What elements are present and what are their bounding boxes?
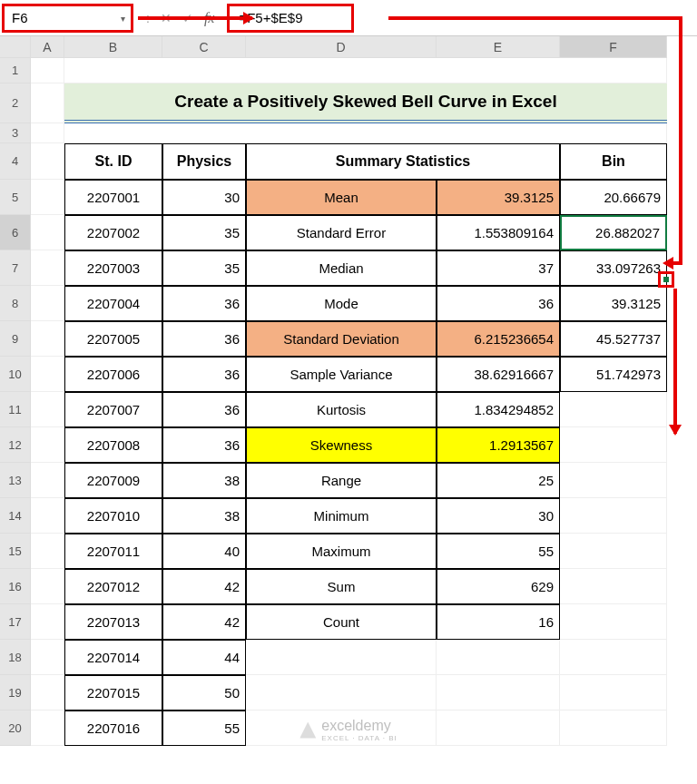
row-header[interactable]: 15 (0, 534, 31, 569)
cell-id[interactable]: 2207002 (64, 215, 162, 250)
name-box[interactable]: F6 ▾ (2, 4, 133, 33)
row-header[interactable]: 20 (0, 710, 31, 746)
cell-id[interactable]: 2207013 (64, 604, 162, 640)
cell[interactable] (31, 604, 64, 640)
cell-stat[interactable]: Maximum (246, 534, 437, 569)
cell[interactable] (560, 498, 667, 534)
row-header[interactable]: 7 (0, 250, 31, 286)
row-header[interactable]: 8 (0, 286, 31, 321)
row-header[interactable]: 2 (0, 83, 31, 123)
cell-val[interactable]: 25 (437, 463, 560, 498)
th-stid[interactable]: St. ID (64, 143, 162, 180)
cell-physics[interactable]: 44 (162, 640, 246, 675)
cell-id[interactable]: 2207006 (64, 357, 162, 392)
cell[interactable] (31, 498, 64, 534)
chevron-down-icon[interactable]: ▾ (121, 13, 125, 23)
cell[interactable] (560, 534, 667, 569)
cell-val[interactable]: 1.834294852 (437, 392, 560, 427)
cell-physics[interactable]: 42 (162, 604, 246, 640)
cell-physics[interactable]: 38 (162, 463, 246, 498)
cell-id[interactable]: 2207007 (64, 392, 162, 427)
cell-stat[interactable]: Count (246, 604, 437, 640)
cell-bin[interactable]: 51.742973 (560, 357, 667, 392)
cell[interactable] (64, 58, 667, 83)
cell-id[interactable]: 2207014 (64, 640, 162, 675)
cell-id[interactable]: 2207010 (64, 498, 162, 534)
cell-physics[interactable]: 36 (162, 357, 246, 392)
cell[interactable] (437, 640, 560, 675)
cell[interactable] (31, 710, 64, 746)
cell[interactable] (560, 427, 667, 463)
cell-physics[interactable]: 36 (162, 427, 246, 463)
row-header[interactable]: 10 (0, 357, 31, 392)
cell-val[interactable]: 36 (437, 286, 560, 321)
cell[interactable] (31, 123, 64, 143)
cell[interactable] (31, 569, 64, 604)
cell-id[interactable]: 2207005 (64, 321, 162, 357)
cell-id[interactable]: 2207012 (64, 569, 162, 604)
cell-physics[interactable]: 30 (162, 180, 246, 215)
cell[interactable] (31, 427, 64, 463)
row-header[interactable]: 16 (0, 569, 31, 604)
cell-bin[interactable]: 26.882027 (560, 215, 667, 250)
row-header[interactable]: 13 (0, 463, 31, 498)
cell[interactable] (560, 604, 667, 640)
cell[interactable] (31, 357, 64, 392)
row-header[interactable]: 17 (0, 604, 31, 640)
cell-stat[interactable]: Sample Variance (246, 357, 437, 392)
cell-physics[interactable]: 36 (162, 321, 246, 357)
cell-val[interactable]: 1.2913567 (437, 427, 560, 463)
cell-bin[interactable]: 45.527737 (560, 321, 667, 357)
cell-id[interactable]: 2207015 (64, 675, 162, 710)
cell[interactable] (31, 534, 64, 569)
row-header[interactable]: 6 (0, 215, 31, 250)
cell[interactable] (31, 83, 64, 123)
cell-physics[interactable]: 38 (162, 498, 246, 534)
cell[interactable] (246, 675, 437, 710)
col-header-E[interactable]: E (437, 36, 560, 58)
col-header-A[interactable]: A (31, 36, 64, 58)
cell-physics[interactable]: 40 (162, 534, 246, 569)
cell[interactable] (437, 710, 560, 746)
cell-val[interactable]: 55 (437, 534, 560, 569)
cell-stat[interactable]: Skewness (246, 427, 437, 463)
cell-stat[interactable]: Sum (246, 569, 437, 604)
cell-stat[interactable]: Standard Deviation (246, 321, 437, 357)
cell[interactable] (437, 675, 560, 710)
cell-id[interactable]: 2207008 (64, 427, 162, 463)
row-header[interactable]: 5 (0, 180, 31, 215)
cell[interactable] (31, 215, 64, 250)
cell-stat[interactable]: Kurtosis (246, 392, 437, 427)
row-header[interactable]: 18 (0, 640, 31, 675)
cell-physics[interactable]: 35 (162, 215, 246, 250)
cell-val[interactable]: 6.215236654 (437, 321, 560, 357)
th-bin[interactable]: Bin (560, 143, 667, 180)
row-header[interactable]: 4 (0, 143, 31, 180)
cell[interactable] (560, 392, 667, 427)
row-header[interactable]: 12 (0, 427, 31, 463)
cell[interactable] (64, 123, 667, 143)
row-header[interactable]: 11 (0, 392, 31, 427)
th-physics[interactable]: Physics (162, 143, 246, 180)
cell-bin[interactable]: 20.66679 (560, 180, 667, 215)
cell-val[interactable]: 1.553809164 (437, 215, 560, 250)
cell-stat[interactable]: Standard Error (246, 215, 437, 250)
cell-stat[interactable]: Range (246, 463, 437, 498)
col-header-B[interactable]: B (64, 36, 162, 58)
cell-val[interactable]: 38.62916667 (437, 357, 560, 392)
cell[interactable] (31, 675, 64, 710)
col-header-C[interactable]: C (162, 36, 246, 58)
cell[interactable] (560, 675, 667, 710)
cell[interactable] (560, 710, 667, 746)
cell[interactable] (31, 321, 64, 357)
cell[interactable] (31, 286, 64, 321)
cell-val[interactable]: 16 (437, 604, 560, 640)
row-header[interactable]: 19 (0, 675, 31, 710)
cell[interactable] (560, 463, 667, 498)
row-header[interactable]: 3 (0, 123, 31, 143)
title-cell[interactable]: Create a Positively Skewed Bell Curve in… (64, 83, 667, 123)
cell-val[interactable]: 30 (437, 498, 560, 534)
cell[interactable] (31, 58, 64, 83)
th-summary[interactable]: Summary Statistics (246, 143, 560, 180)
cell[interactable] (560, 569, 667, 604)
